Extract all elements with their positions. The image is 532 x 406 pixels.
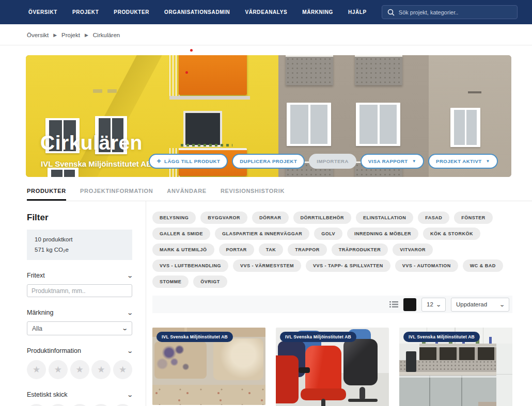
- kitchen-detail: [496, 344, 512, 406]
- chair-shape: [299, 367, 310, 373]
- tab-projektinformation[interactable]: PROJEKTINFORMATION: [80, 188, 153, 201]
- list-view-button[interactable]: [389, 301, 398, 308]
- category-chip[interactable]: ELINSTALLATION: [356, 212, 413, 224]
- tab-revisionshistorik[interactable]: REVISIONSHISTORIK: [221, 188, 285, 201]
- chevron-down-icon: ⌄: [127, 272, 133, 279]
- breadcrumb-oversikt[interactable]: Översikt: [27, 32, 49, 38]
- star-icon[interactable]: ★: [113, 360, 132, 379]
- category-chip[interactable]: ÖVRIGT: [193, 275, 227, 288]
- duplicate-project-label: DUPLICERA PROJEKT: [240, 158, 297, 164]
- product-count: 10 produktkort: [35, 235, 124, 245]
- category-chip[interactable]: GLASPARTIER & INNERVÄGGAR: [215, 228, 309, 240]
- category-chip[interactable]: KÖK & STORKÖK: [423, 228, 480, 240]
- star-icon[interactable]: ★: [91, 404, 111, 406]
- tab-produkter[interactable]: PRODUKTER: [27, 188, 66, 201]
- nav-item-vardeanalys[interactable]: VÄRDEANALYS: [245, 9, 287, 15]
- produktinformation-section-toggle[interactable]: Produktinformation ⌄: [27, 347, 132, 354]
- nav-item-oversikt[interactable]: ÖVERSIKT: [28, 9, 57, 15]
- estetiskt-section-toggle[interactable]: Estetiskt skick ⌄: [27, 391, 132, 398]
- category-chip[interactable]: GALLER & SMIDE: [152, 228, 210, 240]
- duplicate-project-button[interactable]: DUPLICERA PROJEKT: [232, 154, 305, 169]
- star-icon[interactable]: ★: [91, 360, 111, 379]
- category-chip[interactable]: GOLV: [314, 228, 342, 240]
- product-image-bricks: IVL Svenska Miljöinstitutet AB: [152, 328, 265, 405]
- fritext-input[interactable]: [27, 284, 132, 297]
- brick-detail: [152, 385, 265, 405]
- chair-shape: [343, 339, 378, 385]
- category-chip[interactable]: DÖRRTILLBEHÖR: [293, 212, 352, 224]
- nav-item-produkter[interactable]: PRODUKTER: [114, 9, 149, 15]
- nav-item-hjalp[interactable]: HJÄLP: [348, 9, 367, 15]
- product-image-chairs: IVL Svenska Miljöinstitutet AB: [276, 328, 389, 406]
- star-icon[interactable]: ★: [49, 404, 68, 406]
- tab-anvandare[interactable]: ANVÄNDARE: [167, 188, 207, 201]
- star-icon[interactable]: ★: [27, 404, 46, 406]
- sort-select[interactable]: Uppdaterad ⌄: [451, 298, 509, 312]
- produktinformation-rating: ★ ★ ★ ★ ★: [27, 360, 132, 379]
- breadcrumb-projekt[interactable]: Projekt: [61, 32, 80, 38]
- list-toolbar: 12 ⌄ Uppdaterad ⌄: [152, 296, 512, 313]
- category-chip[interactable]: VITVAROR: [393, 243, 433, 256]
- facade-vent: [107, 89, 117, 93]
- brick-detail: [213, 338, 263, 380]
- category-chip[interactable]: FÖNSTER: [454, 212, 493, 224]
- project-status-button[interactable]: PROJEKT AKTIVT ▼: [428, 154, 498, 169]
- category-chip[interactable]: MARK & UTEMILJÖ: [152, 243, 214, 256]
- product-card[interactable]: IVL Svenska Miljöinstitutet AB Inredning…: [276, 328, 389, 406]
- kitchen-detail: [399, 372, 512, 376]
- star-icon[interactable]: ★: [70, 404, 89, 406]
- category-chip[interactable]: BYGGVAROR: [200, 212, 247, 224]
- product-list-area: BELYSNING BYGGVAROR DÖRRAR DÖRRTILLBEHÖR…: [146, 201, 532, 406]
- star-icon[interactable]: ★: [27, 360, 46, 379]
- facade-window: [356, 103, 400, 146]
- nav-item-organisationsadmin[interactable]: ORGANISATIONSADMIN: [164, 9, 230, 15]
- add-product-button[interactable]: + LÄGG TILL PRODUKT: [149, 154, 228, 169]
- star-icon[interactable]: ★: [113, 404, 132, 406]
- produktinformation-label: Produktinformation: [27, 347, 81, 354]
- category-chip[interactable]: TRAPPOR: [288, 243, 327, 256]
- import-button[interactable]: IMPORTERA: [309, 154, 356, 169]
- facade-balcony: [169, 55, 247, 100]
- search-placeholder: Sök projekt, kategorier..: [399, 9, 459, 15]
- show-report-button[interactable]: VISA RAPPORT ▼: [361, 154, 424, 169]
- project-title: Cirkulären: [40, 132, 143, 154]
- category-chip[interactable]: VVS - LUFTBEHANDLING: [152, 259, 228, 272]
- category-chip[interactable]: TRÄPRODUKTER: [332, 243, 388, 256]
- fritext-section-toggle[interactable]: Fritext ⌄: [27, 272, 132, 279]
- markning-section-toggle[interactable]: Märkning ⌄: [27, 309, 132, 316]
- category-chips: BELYSNING BYGGVAROR DÖRRAR DÖRRTILLBEHÖR…: [152, 212, 512, 288]
- nav-item-markning[interactable]: MÄRKNING: [302, 9, 333, 15]
- product-card[interactable]: IVL Svenska Miljöinstitutet AB Kök & sto…: [399, 328, 512, 406]
- category-chip[interactable]: WC & BAD: [463, 259, 503, 272]
- star-icon[interactable]: ★: [70, 360, 89, 379]
- category-chip[interactable]: FASAD: [418, 212, 449, 224]
- category-chip[interactable]: VVS - TAPP- & SPILLVATTEN: [306, 259, 390, 272]
- project-status-label: PROJEKT AKTIVT: [436, 158, 481, 164]
- chevron-down-icon: ⌄: [499, 302, 505, 307]
- category-chip[interactable]: BELYSNING: [152, 212, 196, 224]
- grid-view-button[interactable]: [403, 298, 416, 311]
- category-chip[interactable]: VVS - AUTOMATION: [395, 259, 458, 272]
- markning-select[interactable]: Alla ⌄: [27, 321, 132, 335]
- kitchen-detail: [419, 344, 496, 347]
- product-card[interactable]: IVL Svenska Miljöinstitutet AB Fasad > T…: [152, 328, 265, 406]
- category-chip[interactable]: INREDNING & MÖBLER: [347, 228, 418, 240]
- organisation-badge: IVL Svenska Miljöinstitutet AB: [403, 332, 480, 342]
- chair-shape: [305, 346, 341, 394]
- page-size-select[interactable]: 12 ⌄: [421, 298, 446, 312]
- category-chip[interactable]: STOMME: [152, 275, 189, 288]
- chair-shape: [359, 387, 365, 400]
- add-product-label: LÄGG TILL PRODUKT: [164, 158, 220, 164]
- category-chip[interactable]: TAK: [259, 243, 283, 256]
- search-input[interactable]: Sök projekt, kategorier..: [382, 5, 518, 19]
- project-hero-banner: Cirkulären IVL Svenska Miljöinstitutet A…: [26, 55, 511, 177]
- nav-item-projekt[interactable]: PROJEKT: [72, 9, 99, 15]
- category-chip[interactable]: DÖRRAR: [252, 212, 289, 224]
- brick-detail: [154, 342, 207, 379]
- show-report-label: VISA RAPPORT: [368, 158, 408, 164]
- category-chip[interactable]: PORTAR: [219, 243, 254, 256]
- category-chip[interactable]: VVS - VÄRMESYSTEM: [233, 259, 301, 272]
- kitchen-detail: [419, 347, 496, 360]
- star-icon[interactable]: ★: [49, 360, 68, 379]
- kitchen-detail: [406, 351, 416, 372]
